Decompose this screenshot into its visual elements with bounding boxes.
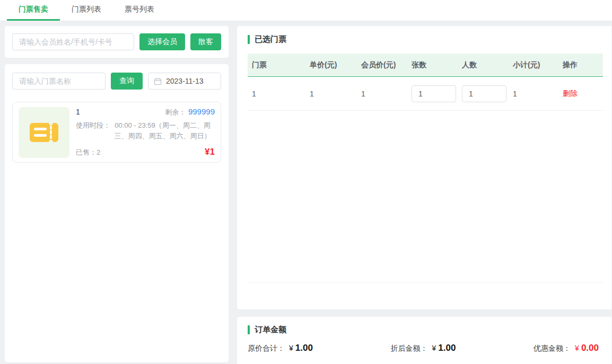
order-amounts-row: 原价合计： ¥ 1.00 折后金额： ¥ 1.00 优惠金额： ¥ 0.00 [248,343,599,353]
ticket-name-input[interactable] [12,73,106,90]
ticket-title: 1 [76,108,80,116]
col-count: 张数 [407,60,458,70]
people-input[interactable] [462,85,506,102]
usage-period-label: 使用时段： [76,120,110,141]
date-value: 2023-11-13 [166,77,204,85]
ticket-search-row: 查询 2023-11-13 [12,73,221,90]
section-marker [248,35,250,44]
remaining-value: 999999 [188,107,215,116]
cell-subtotal: 1 [509,90,558,98]
member-search-card: 选择会员 散客 [4,25,229,58]
savings-total: 优惠金额： ¥ 0.00 [534,343,599,353]
selected-tickets-table: 门票 单价(元) 会员价(元) 张数 人数 小计(元) 操作 1 1 1 1 删… [248,54,603,111]
ticket-thumbnail [19,107,69,158]
col-people: 人数 [458,60,509,70]
select-member-button[interactable]: 选择会员 [139,33,185,50]
order-amount-title: 订单金额 [255,325,286,335]
ticket-list-card: 查询 2023-11-13 [4,64,229,363]
tab-ticket-list[interactable]: 门票列表 [60,0,113,21]
query-button[interactable]: 查询 [111,73,143,90]
delete-link[interactable]: 删除 [563,89,578,97]
selected-tickets-title: 已选门票 [255,34,286,45]
count-input[interactable] [412,85,456,102]
section-marker [248,325,250,334]
sold-count: 已售：2 [76,148,100,157]
cell-unit-price: 1 [305,90,357,98]
selected-tickets-header: 已选门票 [248,34,603,45]
col-subtotal: 小计(元) [509,60,558,70]
ticket-price: ¥1 [205,147,215,157]
tab-ticket-number-list[interactable]: 票号列表 [113,0,166,21]
page: 门票售卖 门票列表 票号列表 选择会员 散客 查询 2023-11- [0,0,612,364]
table-end-divider [248,282,603,283]
col-member-price: 会员价(元) [357,60,407,70]
order-amount-panel: 订单金额 原价合计： ¥ 1.00 折后金额： ¥ 1.00 优惠金额： ¥ 0… [237,316,612,364]
ticket-product-card[interactable]: 1 剩余： 999999 使用时段： 00:00 - 23:59（周一、周二、周… [12,102,221,163]
table-header-row: 门票 单价(元) 会员价(元) 张数 人数 小计(元) 操作 [248,54,603,77]
member-search-input[interactable] [12,33,134,50]
date-picker[interactable]: 2023-11-13 [148,73,221,90]
cell-member-price: 1 [357,90,407,98]
original-total: 原价合计： ¥ 1.00 [248,343,313,353]
col-ticket: 门票 [248,60,305,70]
remaining-label: 剩余： [165,108,186,116]
tab-bar: 门票售卖 门票列表 票号列表 [0,0,612,21]
cell-ticket: 1 [248,90,305,98]
col-unit-price: 单价(元) [305,60,357,70]
order-amount-header: 订单金额 [248,325,599,335]
discounted-total: 折后金额： ¥ 1.00 [391,343,456,353]
tab-ticket-sales[interactable]: 门票售卖 [7,0,60,21]
ticket-icon [29,121,59,144]
col-action: 操作 [558,60,603,70]
walk-in-button[interactable]: 散客 [190,33,221,50]
selected-tickets-panel: 已选门票 门票 单价(元) 会员价(元) 张数 人数 小计(元) 操作 1 1 … [237,25,612,310]
usage-period-value: 00:00 - 23:59（周一、周二、周三、周四、周五、周六、周日） [110,120,215,141]
ticket-info: 1 剩余： 999999 使用时段： 00:00 - 23:59（周一、周二、周… [76,107,215,157]
table-row: 1 1 1 1 删除 [248,77,603,111]
calendar-icon [154,77,162,85]
